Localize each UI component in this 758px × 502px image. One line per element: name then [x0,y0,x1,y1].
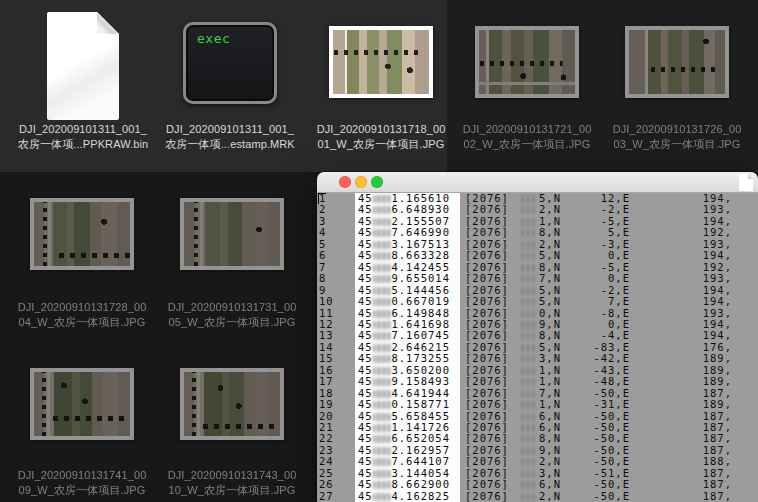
gps-week: [2076] [465,273,509,285]
minimize-button[interactable] [355,176,367,188]
redaction-blur [522,435,534,443]
redaction-blur [373,252,391,260]
close-button[interactable] [339,176,351,188]
redaction-blur [522,287,534,295]
redaction-blur [373,264,391,272]
gps-time-fraction: 4.162825 [391,491,450,502]
file-label-line2: 09_W_农房一体项目.JPG [7,483,157,498]
window-titlebar[interactable] [317,172,758,193]
file-item-5[interactable]: DJI_20200910131728_0004_W_农房一体项目.JPG [7,172,157,342]
north-offset: 7,N [539,273,561,285]
exec-badge: exec [197,31,230,46]
image-thumbnail [30,368,134,440]
aerial-photo [184,372,280,436]
file-label: DJI_20200910131743_0010_W_农房一体项目.JPG [157,468,307,498]
image-thumbnail [625,26,729,98]
table-row: 17459.158493[2076]1,N-48,E189, [317,376,758,387]
height-value: 193, [703,273,732,285]
redaction-blur [373,447,391,455]
file-item-4[interactable]: DJI_20200910131726_0003_W_农房一体项目.JPG [602,0,752,170]
aerial-photo [34,202,130,266]
redaction-blur [522,206,534,214]
file-icon-slot [625,26,729,98]
file-icon-slot [180,368,284,440]
redaction-blur [522,321,534,329]
file-label-line1: DJI_20200910131728_00 [7,300,157,315]
redaction-blur [373,435,391,443]
file-label: DJI_20200910131718_0001_W_农房一体项目.JPG [306,122,456,152]
north-offset: 2,N [539,491,561,502]
redaction-blur [522,493,534,501]
redaction-blur [373,332,391,340]
zoom-button[interactable] [371,176,383,188]
redaction-blur [373,344,391,352]
table-row: 26458.662900[2076]6,N-50,E187, [317,479,758,490]
table-row: 16453.650200[2076]1,N-43,E189, [317,365,758,376]
table-row: 10450.667019[2076]5,N7,E194, [317,296,758,307]
file-label: DJI_20200910131731_0005_W_农房一体项目.JPG [157,300,307,330]
file-item-1[interactable]: execDJI_202009101311_001_农房一体项...estamp.… [155,0,305,170]
file-item-3[interactable]: DJI_20200910131721_0002_W_农房一体项目.JPG [452,0,602,170]
file-label-line2: 04_W_农房一体项目.JPG [7,315,157,330]
redaction-blur [522,264,534,272]
table-row: 3452.155507[2076]1,N-5,E194, [317,216,758,227]
aerial-photo [184,202,280,266]
file-icon-slot [30,368,134,440]
table-row: 14452.646215[2076]5,N-83,E176, [317,342,758,353]
file-item-7[interactable]: DJI_20200910131741_0009_W_农房一体项目.JPG [7,340,157,502]
file-label-line2: 05_W_农房一体项目.JPG [157,315,307,330]
redaction-blur [522,252,534,260]
file-item-2[interactable]: DJI_20200910131718_0001_W_农房一体项目.JPG [306,0,456,170]
redaction-blur [522,310,534,318]
file-icon-slot [180,198,284,270]
table-row: 21451.141726[2076]6,N-50,E187, [317,422,758,433]
file-item-0[interactable]: DJI_202009101311_001_农房一体项...PPKRAW.bin [8,0,158,170]
file-label: DJI_20200910131726_0003_W_农房一体项目.JPG [602,122,752,152]
redaction-blur [522,424,534,432]
redaction-blur [373,424,391,432]
redaction-blur [373,275,391,283]
redaction-blur [522,458,534,466]
text-content[interactable]: 1451.165610[2076]5,N12,E194,2456.648930[… [317,193,758,502]
gps-time-prefix: 45 [358,491,373,502]
gps-time-fraction: 0.158771 [391,399,450,411]
redaction-blur [522,229,534,237]
gps-time-fraction: 9.655014 [391,273,450,285]
redaction-blur [522,332,534,340]
image-thumbnail [30,198,134,270]
redaction-blur [522,275,534,283]
gps-time-prefix: 45 [358,296,373,308]
file-label-line2: 农房一体项...estamp.MRK [155,137,305,152]
file-label-line1: DJI_20200910131718_00 [306,122,456,137]
table-row: 15458.173255[2076]3,N-42,E189, [317,353,758,364]
document-proxy-icon[interactable] [739,174,753,191]
file-icon-slot [47,12,119,120]
file-label-line2: 02_W_农房一体项目.JPG [452,137,602,152]
redaction-blur [522,481,534,489]
gps-time-prefix: 45 [358,399,373,411]
redaction-blur [522,413,534,421]
line-number: 10 [319,296,334,308]
redaction-blur [522,447,534,455]
redaction-blur [522,355,534,363]
file-label: DJI_20200910131721_0002_W_农房一体项目.JPG [452,122,602,152]
redaction-blur [373,355,391,363]
file-label-line2: 农房一体项...PPKRAW.bin [8,137,158,152]
gps-week: [2076] [465,399,509,411]
gps-week: [2076] [465,491,509,502]
image-thumbnail [180,198,284,270]
file-item-6[interactable]: DJI_20200910131731_0005_W_农房一体项目.JPG [157,172,307,342]
height-value: 189, [703,399,732,411]
height-value: 187, [703,491,732,502]
redaction-blur [373,378,391,386]
file-label-line1: DJI_20200910131726_00 [602,122,752,137]
executable-icon: exec [183,22,277,104]
file-label: DJI_20200910131728_0004_W_农房一体项目.JPG [7,300,157,330]
table-row: 1451.165610[2076]5,N12,E194, [317,193,758,204]
text-viewer-window[interactable]: 1451.165610[2076]5,N12,E194,2456.648930[… [317,172,758,502]
table-row: 6458.663328[2076]5,N0,E194, [317,250,758,261]
redaction-blur [522,195,534,203]
file-item-8[interactable]: DJI_20200910131743_0010_W_农房一体项目.JPG [157,340,307,502]
file-icon-slot [329,26,433,98]
east-offset: -50,E [593,491,630,502]
